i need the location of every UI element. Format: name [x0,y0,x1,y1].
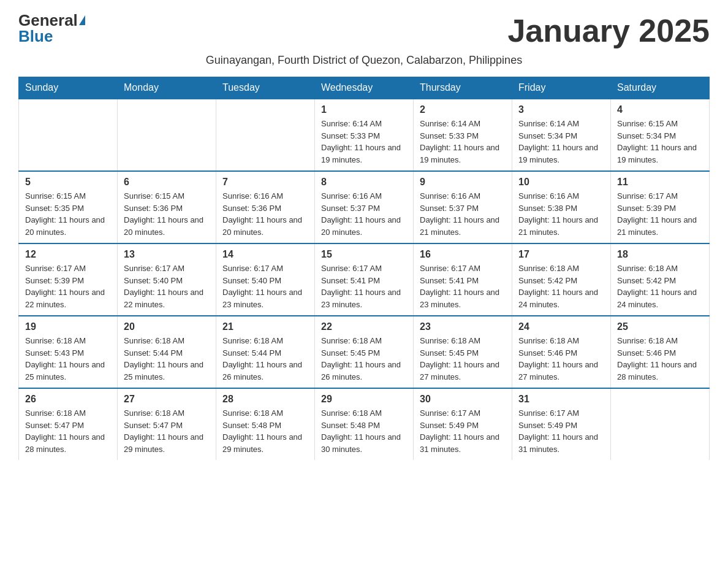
calendar-cell [19,99,118,171]
calendar-cell: 30Sunrise: 6:17 AMSunset: 5:49 PMDayligh… [414,388,512,460]
day-number: 17 [518,249,604,260]
day-number: 30 [420,394,506,405]
calendar-cell: 5Sunrise: 6:15 AMSunset: 5:35 PMDaylight… [19,171,118,243]
subtitle: Guinayangan, Fourth District of Quezon, … [18,54,710,67]
day-info: Sunrise: 6:17 AMSunset: 5:49 PMDaylight:… [518,407,604,455]
calendar-cell [216,99,315,171]
calendar-header-row: SundayMondayTuesdayWednesdayThursdayFrid… [19,77,710,99]
day-info: Sunrise: 6:16 AMSunset: 5:37 PMDaylight:… [321,190,407,238]
day-number: 14 [222,249,308,260]
day-number: 15 [321,249,407,260]
calendar-cell: 8Sunrise: 6:16 AMSunset: 5:37 PMDaylight… [315,171,414,243]
day-info: Sunrise: 6:18 AMSunset: 5:48 PMDaylight:… [321,407,407,455]
day-number: 8 [321,177,407,188]
logo: General Blue [18,12,85,44]
calendar-cell: 24Sunrise: 6:18 AMSunset: 5:46 PMDayligh… [512,316,611,388]
calendar-cell: 10Sunrise: 6:16 AMSunset: 5:38 PMDayligh… [512,171,611,243]
month-title: January 2025 [507,12,710,49]
day-number: 26 [25,394,111,405]
calendar-cell: 16Sunrise: 6:17 AMSunset: 5:41 PMDayligh… [414,243,512,316]
day-number: 22 [321,321,407,332]
day-number: 12 [25,249,111,260]
day-number: 16 [420,249,506,260]
day-info: Sunrise: 6:18 AMSunset: 5:48 PMDaylight:… [222,407,308,455]
calendar-cell: 3Sunrise: 6:14 AMSunset: 5:34 PMDaylight… [512,99,611,171]
day-number: 4 [617,104,703,115]
day-info: Sunrise: 6:14 AMSunset: 5:33 PMDaylight:… [420,118,506,166]
day-info: Sunrise: 6:14 AMSunset: 5:33 PMDaylight:… [321,118,407,166]
calendar-header-tuesday: Tuesday [216,77,315,99]
day-info: Sunrise: 6:16 AMSunset: 5:37 PMDaylight:… [420,190,506,238]
calendar-header-sunday: Sunday [19,77,118,99]
calendar-cell: 6Sunrise: 6:15 AMSunset: 5:36 PMDaylight… [118,171,216,243]
day-info: Sunrise: 6:16 AMSunset: 5:36 PMDaylight:… [222,190,308,238]
day-number: 11 [617,177,703,188]
day-number: 27 [124,394,210,405]
calendar-cell: 9Sunrise: 6:16 AMSunset: 5:37 PMDaylight… [414,171,512,243]
day-number: 5 [25,177,111,188]
day-info: Sunrise: 6:17 AMSunset: 5:40 PMDaylight:… [124,262,210,310]
calendar-cell: 18Sunrise: 6:18 AMSunset: 5:42 PMDayligh… [611,243,710,316]
day-info: Sunrise: 6:18 AMSunset: 5:43 PMDaylight:… [25,335,111,383]
day-number: 23 [420,321,506,332]
day-info: Sunrise: 6:18 AMSunset: 5:44 PMDaylight:… [222,335,308,383]
logo-general-text: General [18,12,78,28]
day-number: 19 [25,321,111,332]
calendar-cell: 19Sunrise: 6:18 AMSunset: 5:43 PMDayligh… [19,316,118,388]
day-number: 10 [518,177,604,188]
day-info: Sunrise: 6:17 AMSunset: 5:49 PMDaylight:… [420,407,506,455]
calendar-week-row-4: 26Sunrise: 6:18 AMSunset: 5:47 PMDayligh… [19,388,710,460]
day-info: Sunrise: 6:17 AMSunset: 5:39 PMDaylight:… [617,190,703,238]
day-number: 7 [222,177,308,188]
day-number: 9 [420,177,506,188]
calendar-cell: 28Sunrise: 6:18 AMSunset: 5:48 PMDayligh… [216,388,315,460]
day-number: 1 [321,104,407,115]
calendar-cell: 23Sunrise: 6:18 AMSunset: 5:45 PMDayligh… [414,316,512,388]
day-number: 24 [518,321,604,332]
calendar-week-row-3: 19Sunrise: 6:18 AMSunset: 5:43 PMDayligh… [19,316,710,388]
day-info: Sunrise: 6:17 AMSunset: 5:41 PMDaylight:… [321,262,407,310]
calendar-cell [118,99,216,171]
day-info: Sunrise: 6:18 AMSunset: 5:44 PMDaylight:… [124,335,210,383]
day-number: 18 [617,249,703,260]
calendar-week-row-2: 12Sunrise: 6:17 AMSunset: 5:39 PMDayligh… [19,243,710,316]
day-info: Sunrise: 6:17 AMSunset: 5:40 PMDaylight:… [222,262,308,310]
day-number: 31 [518,394,604,405]
day-info: Sunrise: 6:18 AMSunset: 5:42 PMDaylight:… [518,262,604,310]
day-info: Sunrise: 6:18 AMSunset: 5:46 PMDaylight:… [518,335,604,383]
calendar-cell: 26Sunrise: 6:18 AMSunset: 5:47 PMDayligh… [19,388,118,460]
calendar-cell: 31Sunrise: 6:17 AMSunset: 5:49 PMDayligh… [512,388,611,460]
calendar-cell: 2Sunrise: 6:14 AMSunset: 5:33 PMDaylight… [414,99,512,171]
day-number: 2 [420,104,506,115]
day-info: Sunrise: 6:15 AMSunset: 5:34 PMDaylight:… [617,118,703,166]
day-number: 29 [321,394,407,405]
calendar-cell: 27Sunrise: 6:18 AMSunset: 5:47 PMDayligh… [118,388,216,460]
calendar-header-thursday: Thursday [414,77,512,99]
calendar-cell [611,388,710,460]
day-info: Sunrise: 6:18 AMSunset: 5:45 PMDaylight:… [321,335,407,383]
calendar-cell: 4Sunrise: 6:15 AMSunset: 5:34 PMDaylight… [611,99,710,171]
day-number: 3 [518,104,604,115]
day-info: Sunrise: 6:17 AMSunset: 5:39 PMDaylight:… [25,262,111,310]
day-info: Sunrise: 6:18 AMSunset: 5:47 PMDaylight:… [124,407,210,455]
calendar-cell: 21Sunrise: 6:18 AMSunset: 5:44 PMDayligh… [216,316,315,388]
day-info: Sunrise: 6:15 AMSunset: 5:35 PMDaylight:… [25,190,111,238]
day-number: 28 [222,394,308,405]
day-info: Sunrise: 6:18 AMSunset: 5:45 PMDaylight:… [420,335,506,383]
logo-triangle-icon [79,15,85,25]
day-info: Sunrise: 6:18 AMSunset: 5:46 PMDaylight:… [617,335,703,383]
calendar-cell: 7Sunrise: 6:16 AMSunset: 5:36 PMDaylight… [216,171,315,243]
day-info: Sunrise: 6:17 AMSunset: 5:41 PMDaylight:… [420,262,506,310]
calendar-cell: 20Sunrise: 6:18 AMSunset: 5:44 PMDayligh… [118,316,216,388]
calendar-header-monday: Monday [118,77,216,99]
day-number: 25 [617,321,703,332]
calendar-cell: 13Sunrise: 6:17 AMSunset: 5:40 PMDayligh… [118,243,216,316]
calendar-cell: 22Sunrise: 6:18 AMSunset: 5:45 PMDayligh… [315,316,414,388]
calendar-cell: 12Sunrise: 6:17 AMSunset: 5:39 PMDayligh… [19,243,118,316]
calendar-week-row-0: 1Sunrise: 6:14 AMSunset: 5:33 PMDaylight… [19,99,710,171]
calendar-week-row-1: 5Sunrise: 6:15 AMSunset: 5:35 PMDaylight… [19,171,710,243]
day-number: 13 [124,249,210,260]
calendar-cell: 29Sunrise: 6:18 AMSunset: 5:48 PMDayligh… [315,388,414,460]
day-number: 6 [124,177,210,188]
day-info: Sunrise: 6:18 AMSunset: 5:47 PMDaylight:… [25,407,111,455]
